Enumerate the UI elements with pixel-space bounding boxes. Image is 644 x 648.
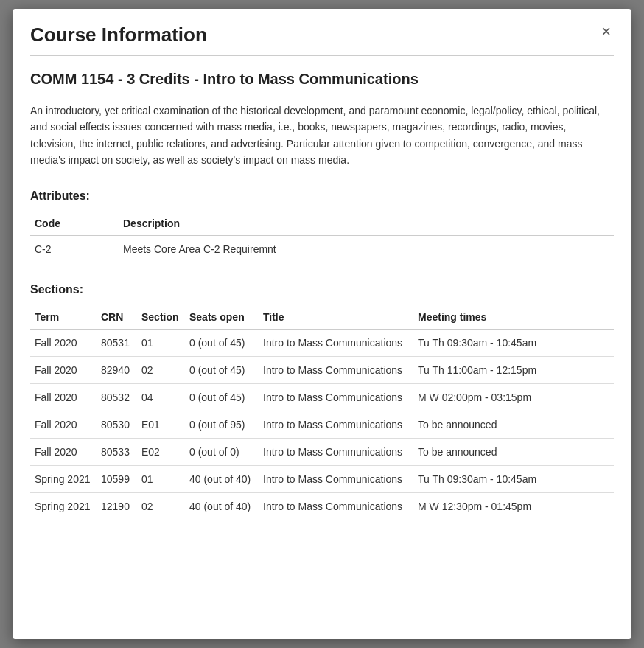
sec-term: Fall 2020	[30, 411, 97, 438]
modal-header: Course Information ×	[13, 9, 631, 55]
attributes-section: Attributes: Code Description C-2Meets Co…	[30, 189, 614, 262]
table-row: Fall 2020 80533 E02 0 (out of 0) Intro t…	[30, 438, 614, 465]
sec-section: E02	[137, 438, 185, 465]
sec-section: 02	[137, 356, 185, 383]
sec-col-title: Title	[259, 305, 413, 330]
sec-seats: 0 (out of 95)	[185, 411, 259, 438]
sec-title: Intro to Mass Communications	[259, 492, 413, 520]
course-description: An introductory, yet critical examinatio…	[30, 102, 614, 169]
sec-term: Fall 2020	[30, 438, 97, 465]
sec-term: Spring 2021	[30, 465, 97, 492]
attr-col-code: Code	[30, 212, 119, 236]
modal-body[interactable]: COMM 1154 - 3 Credits - Intro to Mass Co…	[13, 56, 631, 639]
table-row: Fall 2020 82940 02 0 (out of 45) Intro t…	[30, 356, 614, 383]
modal-dialog: Course Information × COMM 1154 - 3 Credi…	[13, 9, 631, 639]
sec-seats: 40 (out of 40)	[185, 492, 259, 520]
table-row: Fall 2020 80532 04 0 (out of 45) Intro t…	[30, 383, 614, 411]
sec-term: Fall 2020	[30, 329, 97, 356]
sec-title: Intro to Mass Communications	[259, 383, 413, 411]
sec-crn: 80532	[97, 383, 137, 411]
sec-meeting: M W 02:00pm - 03:15pm	[413, 383, 614, 411]
sec-section: 01	[137, 465, 185, 492]
attr-code: C-2	[30, 235, 119, 262]
sec-title: Intro to Mass Communications	[259, 438, 413, 465]
sec-seats: 0 (out of 45)	[185, 356, 259, 383]
sec-meeting: Tu Th 09:30am - 10:45am	[413, 329, 614, 356]
sec-term: Spring 2021	[30, 492, 97, 520]
sec-seats: 0 (out of 0)	[185, 438, 259, 465]
table-row: Fall 2020 80530 E01 0 (out of 95) Intro …	[30, 411, 614, 438]
sections-table: Term CRN Section Seats open Title Meetin…	[30, 305, 614, 520]
sec-col-term: Term	[30, 305, 97, 330]
sec-meeting: To be announced	[413, 438, 614, 465]
table-row: Spring 2021 12190 02 40 (out of 40) Intr…	[30, 492, 614, 520]
sec-title: Intro to Mass Communications	[259, 411, 413, 438]
sec-crn: 82940	[97, 356, 137, 383]
table-row: Fall 2020 80531 01 0 (out of 45) Intro t…	[30, 329, 614, 356]
sec-title: Intro to Mass Communications	[259, 356, 413, 383]
attributes-label: Attributes:	[30, 189, 614, 203]
sec-meeting: M W 12:30pm - 01:45pm	[413, 492, 614, 520]
sec-meeting: Tu Th 09:30am - 10:45am	[413, 465, 614, 492]
sec-title: Intro to Mass Communications	[259, 465, 413, 492]
sec-col-seats: Seats open	[185, 305, 259, 330]
course-heading: COMM 1154 - 3 Credits - Intro to Mass Co…	[30, 71, 614, 88]
sec-section: 02	[137, 492, 185, 520]
table-row: C-2Meets Core Area C-2 Requiremnt	[30, 235, 614, 262]
attr-col-description: Description	[119, 212, 614, 236]
close-button[interactable]: ×	[598, 24, 614, 40]
sections-label: Sections:	[30, 283, 614, 296]
sec-crn: 80530	[97, 411, 137, 438]
sec-term: Fall 2020	[30, 356, 97, 383]
sec-meeting: To be announced	[413, 411, 614, 438]
sec-crn: 80533	[97, 438, 137, 465]
attributes-table: Code Description C-2Meets Core Area C-2 …	[30, 212, 614, 262]
sec-col-crn: CRN	[97, 305, 137, 330]
overlay: Course Information × COMM 1154 - 3 Credi…	[0, 0, 644, 648]
sec-crn: 10599	[97, 465, 137, 492]
table-row: Spring 2021 10599 01 40 (out of 40) Intr…	[30, 465, 614, 492]
sec-meeting: Tu Th 11:00am - 12:15pm	[413, 356, 614, 383]
sec-seats: 40 (out of 40)	[185, 465, 259, 492]
sec-section: E01	[137, 411, 185, 438]
modal-title: Course Information	[30, 24, 207, 46]
sec-title: Intro to Mass Communications	[259, 329, 413, 356]
sec-col-meeting: Meeting times	[413, 305, 614, 330]
sec-term: Fall 2020	[30, 383, 97, 411]
sec-section: 01	[137, 329, 185, 356]
sec-seats: 0 (out of 45)	[185, 329, 259, 356]
sec-section: 04	[137, 383, 185, 411]
sec-col-section: Section	[137, 305, 185, 330]
sec-crn: 12190	[97, 492, 137, 520]
attr-description: Meets Core Area C-2 Requiremnt	[119, 235, 614, 262]
sec-seats: 0 (out of 45)	[185, 383, 259, 411]
sec-crn: 80531	[97, 329, 137, 356]
